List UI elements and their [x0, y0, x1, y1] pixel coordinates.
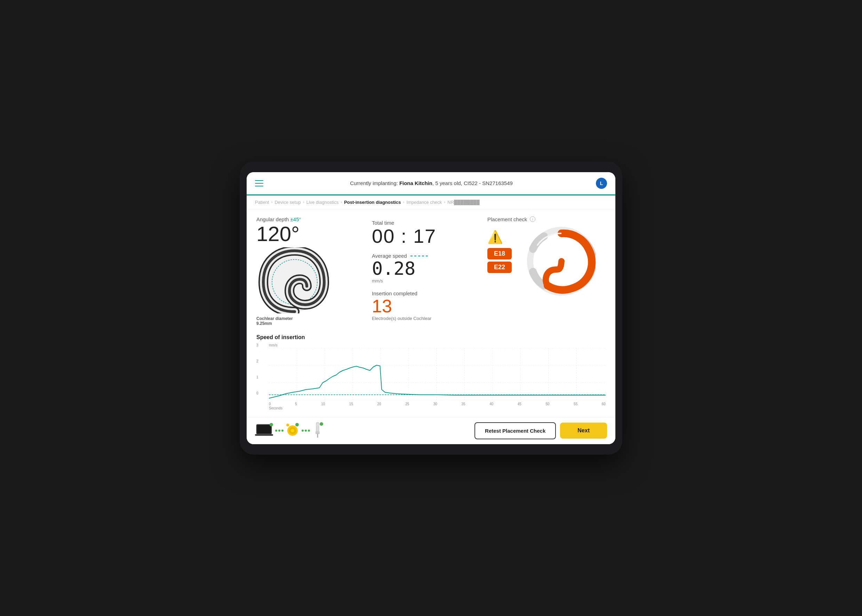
footer: Retest Placement Check Next: [247, 417, 615, 444]
placement-check-content: ⚠️ E18 E22: [487, 226, 606, 296]
breadcrumb-device-setup[interactable]: Device setup: [275, 200, 301, 205]
breadcrumb-live-diagnostics[interactable]: Live diagnostics: [306, 200, 339, 205]
device-laptop: [255, 423, 273, 438]
chain-dot-2: [278, 429, 280, 432]
x-label-20: 20: [377, 402, 381, 406]
total-time-value: 00 : 17: [372, 226, 480, 246]
user-avatar[interactable]: L: [596, 178, 607, 189]
insertion-completed-sublabel: Electrode(s) outside Cochlear: [372, 316, 480, 321]
x-label-55: 55: [574, 402, 578, 406]
next-button[interactable]: Next: [560, 423, 607, 438]
device-dot-yellow: [286, 424, 289, 426]
svg-point-27: [316, 424, 319, 426]
placement-check-header: Placement check i: [487, 216, 606, 222]
y-label-3: 3: [256, 343, 259, 347]
top-row: Angular depth ±45° 120°: [256, 216, 606, 326]
breadcrumb-post-insertion[interactable]: Post-insertion diagnostics: [344, 200, 401, 205]
x-axis-labels: 0 5 10 15 20 25 30 35 40 45 50 55: [269, 402, 606, 406]
header-title: Currently implanting: Fiona Kitchin, 5 y…: [270, 180, 592, 186]
angular-depth-label: Angular depth ±45°: [256, 216, 365, 222]
insertion-completed-block: Insertion completed 13 Electrode(s) outs…: [372, 291, 480, 321]
x-label-40: 40: [490, 402, 493, 406]
svg-rect-20: [257, 425, 271, 434]
chain-dots-2: [301, 429, 310, 432]
device-dot-green-3: [320, 422, 323, 426]
cochlear-diameter-label: Cochlear diameter: [256, 316, 293, 321]
breadcrumb: Patient › Device setup › Live diagnostic…: [247, 195, 615, 209]
x-label-30: 30: [433, 402, 437, 406]
insertion-completed-value: 13: [372, 297, 480, 315]
patient-name: Fiona Kitchin: [399, 180, 432, 186]
breadcrumb-sep-2: ›: [303, 200, 305, 204]
implanting-label: Currently implanting:: [350, 180, 398, 186]
device-probe: [312, 422, 323, 439]
x-axis-unit: Seconds: [269, 406, 606, 410]
chain-dot-3: [281, 429, 284, 432]
breadcrumb-sep-1: ›: [271, 200, 272, 204]
y-label-1: 1: [256, 375, 259, 379]
header: Currently implanting: Fiona Kitchin, 5 y…: [247, 172, 615, 195]
patient-info: , 5 years old, CI522 - SN27163549: [432, 180, 513, 186]
x-label-50: 50: [545, 402, 549, 406]
x-label-5: 5: [295, 402, 297, 406]
x-label-10: 10: [321, 402, 325, 406]
x-label-45: 45: [518, 402, 521, 406]
chart-body: mm/s: [269, 343, 606, 410]
placement-check-title: Placement check: [487, 216, 527, 222]
x-label-35: 35: [461, 402, 465, 406]
y-label-2: 2: [256, 359, 259, 363]
chart-title: Speed of insertion: [256, 334, 606, 341]
chain-dots-1: [275, 429, 284, 432]
total-time-block: Total time 00 : 17: [372, 220, 480, 246]
average-speed-block: Average speed 0.28 mm/s: [372, 253, 480, 283]
menu-icon[interactable]: [255, 180, 263, 187]
device-chain: [255, 422, 323, 439]
average-speed-value: 0.28: [372, 259, 480, 278]
breadcrumb-sep-5: ›: [444, 200, 445, 204]
y-axis-labels: 3 2 1 0: [256, 343, 259, 396]
panel-placement-check: Placement check i ⚠️ E18 E22: [487, 216, 606, 326]
average-speed-label: Average speed: [372, 253, 407, 259]
cochlea-placement-diagram: [517, 226, 606, 296]
speed-chart-wrapper: 3 2 1 0 mm/s: [256, 343, 606, 410]
x-label-0: 0: [269, 402, 271, 406]
cochlea-diagram: [256, 247, 333, 313]
chain-dot-5: [305, 429, 307, 432]
error-badge-e22: E22: [487, 262, 512, 273]
chain-dot-6: [308, 429, 310, 432]
breadcrumb-impedance[interactable]: Impedance check: [406, 200, 442, 205]
breadcrumb-sep-3: ›: [341, 200, 342, 204]
x-label-15: 15: [349, 402, 353, 406]
warning-icon: ⚠️: [487, 230, 512, 245]
chart-y-unit: mm/s: [269, 343, 606, 347]
error-badge-e18: E18: [487, 248, 512, 259]
device-dot-green-1: [270, 423, 273, 426]
average-speed-unit: mm/s: [372, 278, 480, 283]
panel-stats: Total time 00 : 17 Average speed 0.28 mm…: [372, 216, 480, 326]
device-processor: [286, 423, 300, 438]
main-content: Angular depth ±45° 120°: [247, 209, 615, 417]
cochlear-diameter-info: Cochlear diameter 9.25mm: [256, 316, 365, 326]
svg-point-24: [291, 429, 294, 432]
x-label-25: 25: [405, 402, 409, 406]
info-icon[interactable]: i: [530, 216, 535, 222]
speed-chart-section: Speed of insertion 3 2 1 0 mm/s: [256, 334, 606, 410]
chain-dot-1: [275, 429, 277, 432]
tablet-screen: Currently implanting: Fiona Kitchin, 5 y…: [247, 172, 615, 444]
panel-angular-depth: Angular depth ±45° 120°: [256, 216, 365, 326]
chain-dot-4: [301, 429, 304, 432]
cochlear-diameter-value: 9.25mm: [256, 321, 272, 326]
tablet-frame: Currently implanting: Fiona Kitchin, 5 y…: [240, 162, 622, 455]
total-time-label: Total time: [372, 220, 480, 226]
device-dot-green-2: [295, 423, 299, 426]
breadcrumb-patient[interactable]: Patient: [255, 200, 269, 205]
breadcrumb-sep-4: ›: [403, 200, 404, 204]
svg-rect-21: [255, 434, 273, 436]
angular-depth-value: 120°: [256, 224, 365, 245]
y-label-0: 0: [256, 391, 259, 395]
breadcrumb-nr[interactable]: NR████████: [447, 200, 479, 205]
footer-buttons: Retest Placement Check Next: [474, 422, 607, 439]
retest-placement-check-button[interactable]: Retest Placement Check: [474, 422, 556, 439]
x-label-60: 60: [602, 402, 606, 406]
speed-chart-svg: [269, 348, 606, 400]
